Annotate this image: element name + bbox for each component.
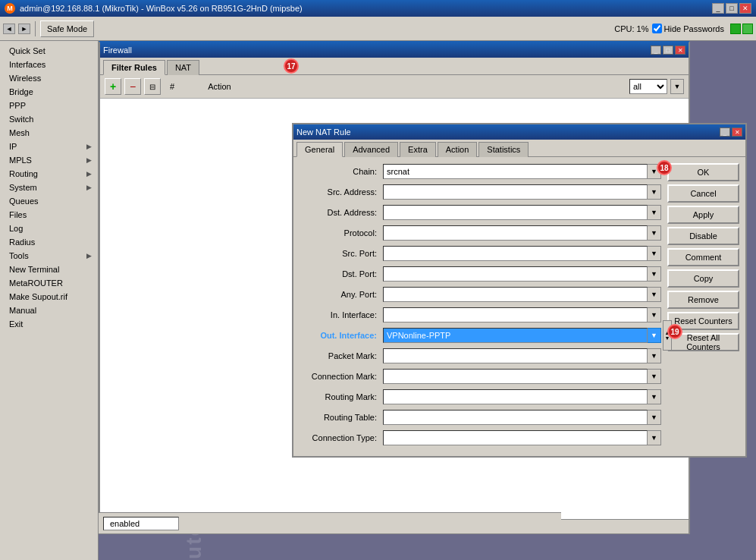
src-port-input[interactable] (383, 246, 648, 261)
nat-tab-statistics[interactable]: Statistics (478, 142, 529, 157)
dst-port-input[interactable] (383, 266, 648, 282)
in-interface-dropdown-btn[interactable]: ▼ (648, 307, 661, 322)
connection-mark-input[interactable] (383, 369, 648, 384)
remove-rule-button[interactable]: − (124, 78, 141, 95)
dst-address-dropdown-btn[interactable]: ▼ (648, 205, 661, 220)
sidebar-item-makesupout[interactable]: Make Supout.rif (0, 290, 98, 304)
nat-close-btn[interactable]: ✕ (732, 127, 742, 137)
sidebar-arrow-system: ▶ (86, 184, 92, 191)
hide-passwords-checkbox-row[interactable]: Hide Passwords (652, 24, 724, 33)
nat-title-bar: New NAT Rule _ ✕ (293, 124, 745, 140)
remove-button[interactable]: Remove (667, 291, 739, 309)
routing-table-label: Routing Table: (300, 413, 383, 422)
col-hash-header: # (170, 82, 174, 91)
packet-mark-label: Packet Mark: (300, 351, 383, 360)
form-row-src-port: Src. Port: ▼ (300, 245, 661, 262)
add-rule-button[interactable]: + (105, 78, 121, 95)
firewall-maximize-btn[interactable]: □ (663, 46, 673, 55)
hide-passwords-checkbox[interactable] (652, 24, 662, 33)
packet-mark-input[interactable] (383, 348, 648, 363)
sidebar-item-routing[interactable]: Routing ▶ (0, 167, 98, 181)
dst-address-input[interactable] (383, 205, 648, 220)
in-interface-input[interactable] (383, 307, 648, 322)
sidebar-item-interfaces[interactable]: Interfaces (0, 58, 98, 71)
dst-address-label: Dst. Address: (300, 208, 383, 217)
any-port-input[interactable] (383, 287, 648, 302)
connection-mark-dropdown-btn[interactable]: ▼ (648, 369, 661, 384)
protocol-input[interactable] (383, 225, 648, 241)
sidebar-item-switch[interactable]: Switch (0, 112, 98, 126)
tab-nat[interactable]: NAT (167, 60, 199, 75)
out-interface-dropdown-btn[interactable]: ▼ (648, 328, 661, 343)
sidebar-item-radius[interactable]: Radius (0, 235, 98, 249)
sidebar-item-quickset[interactable]: Quick Set (0, 44, 98, 58)
toolbar: ◄ ► Safe Mode CPU: 1% Hide Passwords (0, 17, 756, 41)
routing-table-input[interactable] (383, 410, 648, 425)
nat-tab-extra[interactable]: Extra (400, 142, 436, 157)
sidebar-item-queues[interactable]: Queues (0, 194, 98, 208)
main-layout: Quick Set Interfaces Wireless Bridge PPP… (0, 41, 756, 560)
tab-filter-rules[interactable]: Filter Rules (103, 60, 165, 75)
sidebar-item-files[interactable]: Files (0, 208, 98, 222)
sidebar-item-log[interactable]: Log (0, 222, 98, 235)
out-interface-input[interactable]: VPNonline-PPTP (383, 328, 648, 343)
routing-mark-input[interactable] (383, 389, 648, 404)
routing-mark-dropdown-btn[interactable]: ▼ (648, 389, 661, 404)
status-box-2 (742, 24, 753, 34)
sidebar-item-ip[interactable]: IP ▶ (0, 140, 98, 153)
in-interface-label: In. Interface: (300, 310, 383, 319)
protocol-dropdown-btn[interactable]: ▼ (648, 225, 661, 241)
sidebar-item-manual[interactable]: Manual (0, 304, 98, 317)
packet-mark-dropdown-btn[interactable]: ▼ (648, 348, 661, 363)
sidebar-item-mpls[interactable]: MPLS ▶ (0, 153, 98, 167)
back-button[interactable]: ◄ (3, 24, 15, 34)
chain-input-row: srcnat ▼ (383, 164, 661, 179)
src-address-dropdown-btn[interactable]: ▼ (648, 184, 661, 200)
safe-mode-button[interactable]: Safe Mode (40, 20, 94, 37)
connection-type-dropdown-btn[interactable]: ▼ (648, 430, 661, 445)
sidebar-item-newterminal[interactable]: New Terminal (0, 263, 98, 276)
apply-button[interactable]: Apply (667, 206, 739, 224)
sidebar-item-metarouter[interactable]: MetaROUTER (0, 276, 98, 290)
chain-input[interactable]: srcnat (383, 164, 648, 179)
sidebar-item-tools[interactable]: Tools ▶ (0, 249, 98, 263)
connection-type-input[interactable] (383, 430, 648, 445)
firewall-title: Firewall (103, 46, 132, 55)
form-row-packet-mark: Packet Mark: ▼ (300, 348, 661, 364)
badge-19: 19 (667, 324, 682, 339)
firewall-close-btn[interactable]: ✕ (675, 46, 685, 55)
sidebar-item-exit[interactable]: Exit (0, 317, 98, 331)
copy-button[interactable]: Copy (667, 269, 739, 288)
close-button[interactable]: ✕ (739, 3, 751, 14)
cancel-button[interactable]: Cancel (667, 184, 739, 203)
src-address-input[interactable] (383, 184, 648, 200)
filter-select[interactable]: all (629, 79, 667, 94)
nat-minimize-btn[interactable]: _ (720, 127, 730, 137)
ok-button[interactable]: OK (667, 163, 739, 181)
dst-port-dropdown-btn[interactable]: ▼ (648, 266, 661, 282)
comment-button[interactable]: Comment (667, 248, 739, 266)
any-port-dropdown-btn[interactable]: ▼ (648, 287, 661, 302)
disable-button[interactable]: Disable (667, 227, 739, 245)
copy-rule-button[interactable]: ⊟ (144, 78, 161, 95)
maximize-button[interactable]: □ (726, 3, 738, 14)
sidebar-item-system[interactable]: System ▶ (0, 181, 98, 194)
nat-tab-advanced[interactable]: Advanced (344, 142, 398, 157)
firewall-minimize-btn[interactable]: _ (651, 46, 661, 55)
src-port-label: Src. Port: (300, 249, 383, 258)
nat-tab-general[interactable]: General (296, 142, 343, 157)
sidebar-item-bridge[interactable]: Bridge (0, 85, 98, 99)
form-row-dst-address: Dst. Address: ▼ (300, 204, 661, 221)
sidebar-item-wireless[interactable]: Wireless (0, 71, 98, 85)
routing-table-dropdown-btn[interactable]: ▼ (648, 410, 661, 425)
forward-button[interactable]: ► (18, 24, 30, 34)
sidebar-item-mesh[interactable]: Mesh (0, 126, 98, 140)
filter-dropdown-btn[interactable]: ▼ (670, 79, 684, 94)
src-port-dropdown-btn[interactable]: ▼ (648, 246, 661, 261)
firewall-tabs: Filter Rules NAT (100, 58, 689, 75)
sidebar-item-ppp[interactable]: PPP (0, 99, 98, 112)
minimize-button[interactable]: _ (712, 3, 724, 14)
nat-tab-action[interactable]: Action (438, 142, 478, 157)
sidebar-arrow-tools: ▶ (86, 252, 92, 260)
nat-action-buttons: OK Cancel Apply Disable Comment Copy Rem… (667, 163, 739, 450)
